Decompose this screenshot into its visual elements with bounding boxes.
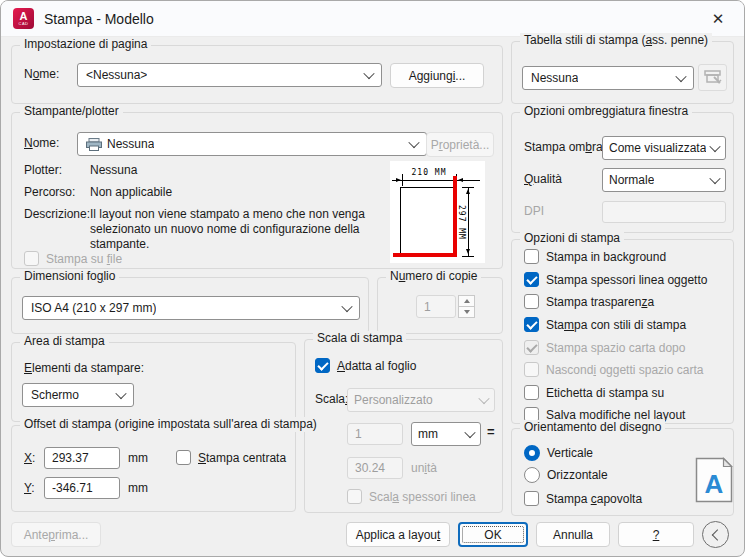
description-value: Il layout non viene stampato a meno che … [90, 207, 390, 252]
units-label: unità [411, 461, 437, 475]
group-number-of-copies: Numero di copie [377, 277, 503, 334]
shade-plot-label: Stampa ombra [524, 140, 603, 154]
group-paper-size-legend: Dimensioni foglio [20, 269, 119, 284]
printer-properties-button[interactable]: Proprietà... [426, 132, 494, 157]
group-plot-offset-legend: Offset di stampa (origine impostata sull… [20, 417, 321, 432]
checkbox-icon [524, 272, 539, 287]
checkbox-icon [524, 294, 539, 309]
group-plot-options: Opzioni di stampa Stampa in background S… [511, 239, 734, 424]
offset-y-label: Y: [24, 481, 35, 495]
plot-dialog: A CAD Stampa - Modello ✕ Impostazione di… [0, 0, 745, 557]
arrow-down-icon [464, 310, 470, 314]
scale-drawing-units-input[interactable] [347, 457, 403, 479]
group-plot-scale-legend: Scala di stampa [313, 331, 406, 346]
checkbox-icon [524, 385, 539, 400]
group-number-of-copies-legend: Numero di copie [386, 269, 481, 284]
help-button[interactable]: ? [618, 522, 694, 547]
scale-select[interactable]: Personalizzato [347, 388, 495, 412]
spin-down-button[interactable] [458, 306, 475, 318]
edit-plot-style-table-button[interactable] [698, 64, 727, 91]
checkbox-icon [315, 358, 330, 373]
scale-lineweights-checkbox[interactable]: Scala spessori linea [347, 488, 476, 505]
paper-size-select[interactable]: ISO A4 (210 x 297 mm) [22, 296, 360, 320]
center-plot-checkbox[interactable]: Stampa centrata [176, 449, 286, 466]
plotter-label: Plotter: [24, 163, 62, 177]
scale-label: Scala: [315, 392, 348, 406]
printer-name-label: Nome: [24, 136, 59, 150]
radio-icon [524, 467, 540, 483]
dpi-input[interactable] [602, 201, 726, 223]
page-setup-name-select[interactable]: <Nessuna> [77, 63, 382, 87]
svg-text:A: A [705, 469, 724, 499]
printable-area-edge-bottom [393, 253, 457, 257]
offset-y-input[interactable] [44, 477, 120, 499]
plot-upside-down-checkbox[interactable]: Stampa capovolta [524, 490, 642, 507]
fit-to-paper-checkbox[interactable]: Adatta al foglio [315, 357, 416, 374]
group-page-setup: Impostazione di pagina Nome: <Nessuna> A… [11, 45, 503, 104]
checkbox-icon [524, 340, 539, 355]
arrow-up-icon [464, 299, 470, 303]
checkbox-icon [524, 491, 539, 506]
scale-paper-units-input[interactable] [347, 423, 403, 445]
etichetta-di-stampa-su-checkbox[interactable]: Etichetta di stampa su [524, 384, 664, 401]
shade-plot-select[interactable]: Come visualizzata [602, 136, 726, 160]
stampa-con-stili-di-stampa-checkbox[interactable]: Stampa con stili di stampa [524, 316, 686, 333]
group-plot-style-table: Tabella stili di stampa (ass. penne) Nes… [511, 41, 734, 104]
add-page-setup-button[interactable]: Aggiungi... [390, 63, 484, 88]
chevron-down-icon [709, 141, 720, 152]
copies-input[interactable] [416, 295, 456, 318]
paper-preview: 210 MM 297 MM [390, 161, 485, 263]
chevron-down-icon [408, 137, 419, 148]
what-to-plot-label: Elementi da stampare: [24, 361, 144, 375]
arrow-down-icon [466, 249, 470, 254]
radio-icon [524, 445, 540, 461]
description-label: Descrizione: [24, 207, 90, 221]
chevron-down-icon [709, 173, 720, 184]
chevron-down-icon [115, 388, 126, 399]
group-plot-area: Area di stampa Elementi da stampare: Sch… [11, 342, 296, 422]
quality-select[interactable]: Normale [602, 168, 726, 192]
what-to-plot-select[interactable]: Schermo [22, 383, 134, 407]
stampa-spazio-carta-dopo-checkbox[interactable]: Stampa spazio carta dopo [524, 339, 685, 356]
portrait-orientation-icon: A [695, 457, 733, 503]
chevron-down-icon [478, 393, 489, 404]
chevron-down-icon [675, 71, 686, 82]
less-options-button[interactable] [702, 521, 729, 548]
plotter-value: Nessuna [90, 163, 137, 177]
group-shaded-viewport: Opzioni ombreggiatura finestra Stampa om… [511, 112, 734, 233]
offset-x-input[interactable] [44, 447, 120, 469]
offset-x-label: X: [24, 451, 35, 465]
dimension-line-vertical [468, 188, 469, 256]
scale-unit-select[interactable]: mm [411, 422, 481, 446]
group-shaded-viewport-legend: Opzioni ombreggiatura finestra [520, 104, 692, 119]
chevron-left-icon [711, 529, 722, 540]
group-printer-plotter-legend: Stampante/plotter [20, 104, 123, 119]
nascondi-oggetti-spazio-carta-checkbox[interactable]: Nascondi oggetti spazio carta [524, 361, 703, 378]
stampa-spessori-linea-oggetto-checkbox[interactable]: Stampa spessori linea oggetto [524, 271, 707, 288]
apply-to-layout-button[interactable]: Applica a layout [346, 522, 450, 547]
cancel-button[interactable]: Annulla [536, 522, 610, 547]
checkbox-icon [524, 249, 539, 264]
arrow-up-icon [466, 189, 470, 194]
path-value: Non applicabile [90, 185, 172, 199]
preview-button[interactable]: Anteprima... [11, 522, 101, 547]
printer-name-select[interactable]: Nessuna [77, 132, 427, 156]
plot-style-table-select[interactable]: Nessuna [522, 66, 694, 90]
landscape-radio[interactable]: Orizzontale [524, 466, 608, 483]
group-plot-style-table-legend: Tabella stili di stampa (ass. penne) [520, 33, 712, 48]
arrow-left-icon [458, 178, 463, 182]
paper-height-label: 297 MM [457, 194, 466, 250]
offset-x-unit: mm [128, 451, 148, 465]
ok-button[interactable]: OK [458, 522, 528, 547]
autocad-app-icon: A CAD [13, 8, 34, 29]
arrow-right-icon [396, 178, 401, 182]
print-to-file-checkbox[interactable]: Stampa su file [24, 250, 122, 267]
close-icon[interactable]: ✕ [704, 10, 732, 28]
stampa-in-background-checkbox[interactable]: Stampa in background [524, 248, 666, 265]
chevron-down-icon [341, 301, 352, 312]
titlebar: A CAD Stampa - Modello ✕ [1, 1, 744, 37]
portrait-radio[interactable]: Verticale [524, 444, 593, 461]
stampa-trasparenza-checkbox[interactable]: Stampa trasparenza [524, 293, 654, 310]
page-setup-name-label: Nome: [24, 67, 59, 81]
paper-outline [400, 187, 456, 256]
